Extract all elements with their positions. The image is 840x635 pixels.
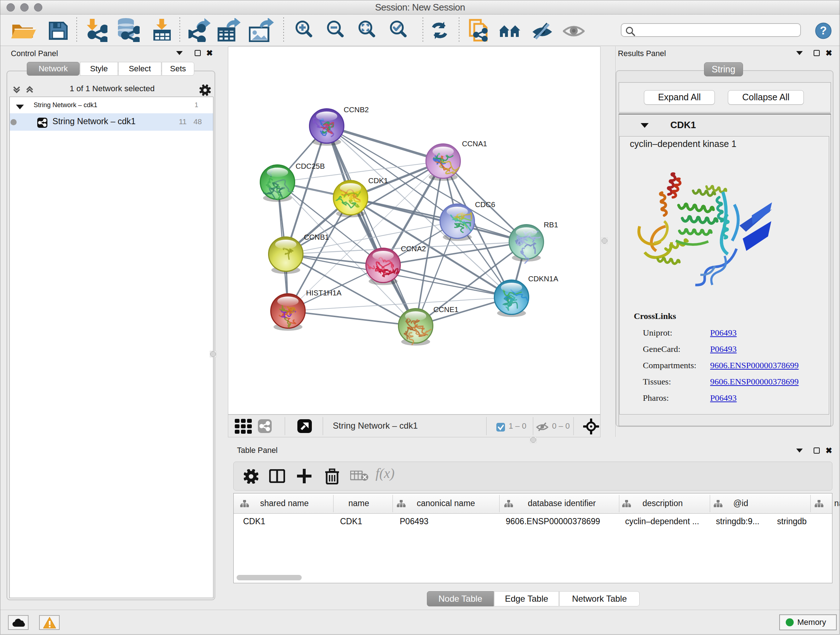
svg-text:CDC25B: CDC25B: [295, 162, 325, 170]
svg-text:HIST1H1A: HIST1H1A: [306, 288, 341, 297]
svg-text:?: ?: [820, 24, 827, 37]
svg-text:CCNB2: CCNB2: [344, 105, 369, 114]
svg-text:CCNA2: CCNA2: [401, 244, 426, 253]
svg-text:CDK1: CDK1: [368, 176, 388, 185]
svg-text:RB1: RB1: [544, 220, 558, 229]
svg-text:CDKN1A: CDKN1A: [528, 274, 558, 283]
svg-text:CCNB1: CCNB1: [304, 233, 329, 241]
svg-text:CDC6: CDC6: [475, 200, 495, 209]
svg-text:CCNA1: CCNA1: [462, 139, 487, 148]
svg-text:CCNE1: CCNE1: [433, 305, 459, 314]
